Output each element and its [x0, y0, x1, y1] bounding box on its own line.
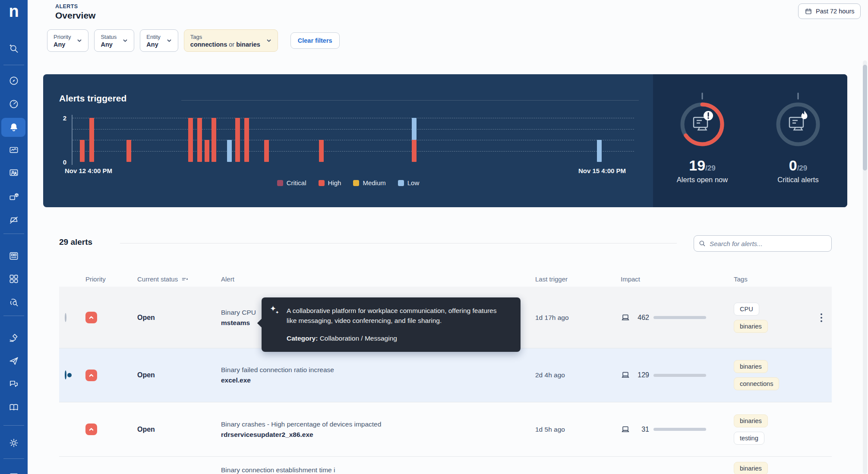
- chart-bar: [89, 118, 94, 162]
- legend-swatch: [319, 180, 325, 186]
- automation-icon[interactable]: [0, 328, 28, 347]
- row-radio[interactable]: [65, 370, 66, 379]
- chevron-down-icon: [266, 38, 271, 43]
- chart-title: Alerts triggered: [59, 93, 126, 104]
- filter-entity[interactable]: Entity Any: [140, 29, 178, 52]
- col-tags[interactable]: Tags: [734, 275, 821, 283]
- table-row[interactable]: Open Binary crashes - High percentage of…: [59, 402, 832, 456]
- gear-icon[interactable]: [0, 433, 28, 452]
- filter-bar: Priority Any Status Any Entity Any Tags …: [47, 29, 340, 52]
- chart-legend: Critical High Medium Low: [43, 179, 653, 186]
- sidebar-divider: [3, 425, 24, 426]
- alert-name[interactable]: Binary crashes - High percentage of devi…: [221, 420, 535, 439]
- nexthink-logo[interactable]: n: [0, 1, 28, 22]
- sidebar-divider: [3, 234, 24, 234]
- col-priority[interactable]: Priority: [85, 275, 137, 283]
- filter-tags[interactable]: Tags connections or binaries: [184, 29, 278, 52]
- trace-search-icon[interactable]: [0, 293, 28, 312]
- x-axis-end-label: Nov 15 4:00 PM: [578, 167, 626, 174]
- compass-icon[interactable]: [0, 71, 28, 90]
- cards-icon[interactable]: [0, 246, 28, 265]
- laptop-diagnostic-icon[interactable]: [0, 211, 28, 230]
- legend-item-low: Low: [398, 179, 420, 186]
- filter-value: Any: [101, 41, 117, 48]
- search-icon: [698, 240, 706, 247]
- legend-swatch: [398, 180, 404, 186]
- x-axis-start-label: Nov 12 4:00 PM: [65, 167, 112, 174]
- tag[interactable]: testing: [734, 432, 764, 445]
- monitor-chart-icon[interactable]: [0, 141, 28, 160]
- sort-icon: [181, 276, 188, 282]
- alerts-open-count: 19/29: [689, 157, 715, 174]
- device-icon: [621, 313, 630, 322]
- filter-status[interactable]: Status Any: [94, 29, 134, 52]
- table-row[interactable]: Open Binary failed connection ratio incr…: [59, 348, 832, 402]
- status-text: Open: [137, 314, 221, 322]
- partial-icon[interactable]: [0, 466, 28, 474]
- impact-bar: [653, 374, 706, 377]
- sidebar-divider: [3, 458, 24, 459]
- speedometer-icon[interactable]: [0, 95, 28, 114]
- chart-bar: [412, 118, 417, 140]
- paper-plane-icon[interactable]: [0, 351, 28, 370]
- alert-name[interactable]: Binary failed connection ratio increase …: [221, 366, 535, 384]
- tag[interactable]: binaries: [734, 462, 768, 474]
- row-radio[interactable]: [65, 313, 66, 322]
- tag[interactable]: binaries: [734, 414, 768, 427]
- row-menu-button[interactable]: [821, 313, 823, 322]
- chart-bar: [80, 140, 85, 162]
- layout-grid-icon[interactable]: [0, 269, 28, 288]
- filter-priority[interactable]: Priority Any: [47, 29, 88, 52]
- tooltip-text: A collaborative platform for workplace c…: [287, 306, 499, 326]
- tags-cell: binaries testing: [734, 414, 821, 445]
- col-impact[interactable]: Impact: [621, 275, 734, 283]
- impact-bar: [653, 428, 706, 431]
- bar-chart-plot: [73, 118, 634, 162]
- tooltip-category: Category: Collaboration / Messaging: [287, 335, 509, 342]
- last-trigger: 1d 17h ago: [535, 314, 621, 322]
- section-rule: [120, 243, 677, 243]
- book-icon[interactable]: [0, 398, 28, 417]
- impact-cell: 31: [621, 425, 734, 434]
- chart-bar: [235, 118, 240, 162]
- col-current-status[interactable]: Current status: [137, 275, 221, 283]
- chart-bar: [244, 118, 249, 162]
- gridline: [73, 118, 634, 118]
- alerts-triggered-panel: Alerts triggered 2 0 Nov 12 4:00 PM Nov …: [43, 74, 847, 207]
- tags-cell: binaries connections: [734, 360, 821, 390]
- calendar-icon: [805, 7, 812, 15]
- tag[interactable]: connections: [734, 377, 779, 390]
- search-input[interactable]: [710, 240, 827, 247]
- impact-bar: [653, 316, 706, 319]
- table-header: Priority Current status Alert Last trigg…: [59, 271, 832, 287]
- filter-label: Priority: [54, 34, 71, 40]
- table-row[interactable]: Binary connection establishment time i b…: [59, 456, 832, 474]
- chart-bar: [205, 140, 209, 162]
- alert-name[interactable]: Binary connection establishment time i: [221, 461, 535, 474]
- scrollbar-thumb[interactable]: [863, 65, 867, 171]
- device-icon: [621, 425, 630, 434]
- ai-search-icon[interactable]: [0, 39, 28, 58]
- chart-bar: [126, 140, 131, 162]
- clear-filters-button[interactable]: Clear filters: [290, 32, 340, 49]
- chart-bar: [227, 140, 232, 162]
- alerts-count: 29 alerts: [59, 237, 92, 247]
- people-board-icon[interactable]: [0, 164, 28, 183]
- filter-label: Entity: [146, 34, 161, 40]
- tag[interactable]: CPU: [734, 303, 759, 316]
- col-alert[interactable]: Alert: [221, 275, 535, 283]
- legend-item-high: High: [319, 179, 341, 186]
- device-icon: [621, 370, 630, 380]
- devices-icon[interactable]: [0, 188, 28, 207]
- tag[interactable]: binaries: [734, 360, 768, 373]
- alerts-bell-icon[interactable]: [0, 118, 28, 137]
- impact-cell: 462: [621, 313, 734, 322]
- status-text: Open: [137, 371, 221, 379]
- chat-bubbles-icon[interactable]: [0, 375, 28, 394]
- col-last-trigger[interactable]: Last trigger: [535, 275, 621, 283]
- title-rule: [181, 100, 639, 101]
- time-range-button[interactable]: Past 72 hours: [798, 3, 861, 19]
- chart-bar: [197, 118, 202, 162]
- alerts-open-label: Alerts open now: [677, 176, 728, 184]
- tag[interactable]: binaries: [734, 320, 768, 333]
